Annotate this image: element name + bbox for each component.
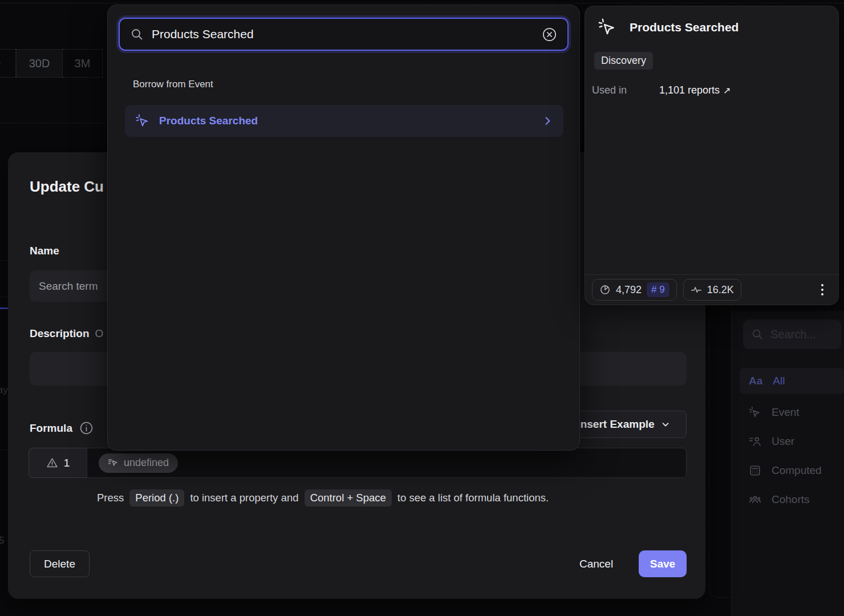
event-icon <box>135 114 150 128</box>
chip-label: undefined <box>124 457 169 469</box>
property-search-dialog: Borrow from Event Products Searched <box>107 5 580 451</box>
sidebar-item-label: Computed <box>772 464 822 477</box>
background-gridline <box>0 123 108 123</box>
event-icon <box>749 406 761 419</box>
axis-label-fragment: lay <box>0 384 8 396</box>
modal-title: Update Cu <box>30 178 104 196</box>
event-count: 4,792 <box>616 284 642 296</box>
cancel-button[interactable]: Cancel <box>571 550 621 577</box>
property-type-sidebar: Aa All Event User Computed <box>731 311 844 616</box>
dialog-search-input[interactable] <box>152 27 534 41</box>
event-property-icon <box>108 457 119 468</box>
volume-count: 16.2K <box>707 284 734 296</box>
search-icon <box>751 328 764 341</box>
external-link-icon: ↗ <box>723 85 731 96</box>
time-range-button-partial[interactable]: D <box>0 49 16 78</box>
formula-input[interactable]: undefined <box>87 448 687 478</box>
panel-footer: 4,792 # 9 16.2K <box>585 274 838 305</box>
dialog-search-box[interactable] <box>119 18 569 51</box>
background-tick <box>0 449 8 450</box>
background-tick <box>0 297 8 297</box>
kbd-control-space: Control + Space <box>305 489 392 506</box>
computed-icon <box>749 464 761 477</box>
background-panel-outline <box>709 319 731 598</box>
sidebar-item-computed[interactable]: Computed <box>740 457 844 484</box>
event-result-label: Products Searched <box>159 115 533 127</box>
app-root: D 30D 3M lay 5 Aa All Event <box>0 0 844 616</box>
used-in-label: Used in <box>592 84 659 96</box>
sidebar-item-user[interactable]: User <box>740 428 844 455</box>
sidebar-search-input[interactable] <box>770 328 833 341</box>
time-range-button-3m[interactable]: 3M <box>63 49 103 78</box>
activity-icon <box>691 284 702 295</box>
background-gridline <box>0 3 844 3</box>
event-icon <box>598 18 617 37</box>
description-label: DescriptionO <box>30 327 103 340</box>
sidebar-item-label: Event <box>772 406 800 419</box>
formula-property-chip[interactable]: undefined <box>99 453 178 473</box>
sidebar-item-label: All <box>773 375 785 387</box>
sidebar-item-event[interactable]: Event <box>740 399 844 425</box>
formula-label: Formula <box>30 422 72 435</box>
used-in-row: Used in 1,101 reports ↗ <box>592 84 831 96</box>
formula-error-counter: 1 <box>29 448 87 478</box>
panel-title: Products Searched <box>630 21 738 34</box>
sidebar-item-label: User <box>772 435 794 448</box>
volume-pill[interactable]: 16.2K <box>683 279 741 301</box>
more-options-button[interactable] <box>818 281 827 299</box>
sidebar-item-cohorts[interactable]: Cohorts <box>740 487 844 513</box>
user-icon <box>749 435 761 448</box>
kbd-period: Period (.) <box>129 489 184 506</box>
panel-header: Products Searched <box>598 18 738 37</box>
cohorts-icon <box>749 493 761 506</box>
sidebar-item-all[interactable]: Aa All <box>740 368 844 394</box>
formula-label-row: Formula <box>30 421 94 435</box>
formula-hint: Press Period (.) to insert a property an… <box>97 489 549 506</box>
event-rank-badge: # 9 <box>647 282 669 297</box>
background-chart-fragment <box>0 307 9 309</box>
borrow-from-event-header: Borrow from Event <box>133 79 213 90</box>
axis-label-fragment: 5 <box>0 535 4 546</box>
name-label: Name <box>30 245 59 257</box>
circle-x-icon <box>542 27 557 42</box>
error-count: 1 <box>64 457 70 469</box>
used-in-reports-link[interactable]: 1,101 reports <box>659 84 720 96</box>
event-count-pill[interactable]: 4,792 # 9 <box>592 279 677 301</box>
clear-search-button[interactable] <box>542 27 557 42</box>
insert-example-button[interactable]: Insert Example <box>561 411 687 438</box>
event-info-panel: Products Searched Discovery Used in 1,10… <box>585 6 839 305</box>
warning-icon <box>46 457 58 469</box>
time-range-button-30d[interactable]: 30D <box>16 49 63 78</box>
delete-button[interactable]: Delete <box>30 550 90 577</box>
optional-hint: O <box>95 327 104 339</box>
save-button[interactable]: Save <box>639 550 687 577</box>
text-format-icon: Aa <box>749 375 762 387</box>
background-tick <box>0 260 8 261</box>
chevron-right-icon <box>542 115 553 127</box>
search-icon <box>130 27 144 41</box>
chevron-down-icon <box>660 419 671 429</box>
event-result-row[interactable]: Products Searched <box>125 105 563 137</box>
info-icon[interactable] <box>79 421 94 435</box>
sidebar-search-box[interactable] <box>743 319 841 349</box>
pie-chart-icon <box>599 284 611 295</box>
sidebar-item-label: Cohorts <box>772 493 810 506</box>
category-badge: Discovery <box>594 52 653 70</box>
